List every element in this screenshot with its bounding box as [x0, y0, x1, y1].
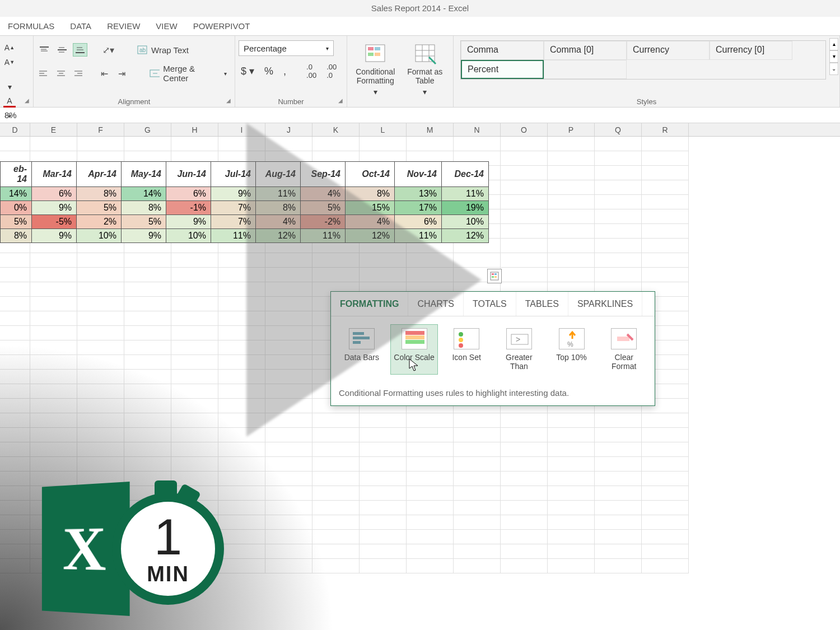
cell[interactable] [454, 530, 501, 544]
table-cell[interactable]: 0% [1, 201, 32, 215]
tab-formulas[interactable]: FORMULAS [0, 17, 62, 35]
cell[interactable] [124, 457, 171, 472]
table-cell[interactable]: 10% [77, 229, 122, 243]
conditional-formatting-button[interactable]: Conditional Formatting ▾ [351, 38, 400, 107]
comma-format-icon[interactable]: , [281, 64, 288, 78]
table-header[interactable]: eb-14 [1, 162, 32, 187]
qa-opt-top10[interactable]: %Top 10% [548, 324, 596, 375]
merge-center-button[interactable]: Merge & Center ▾ [145, 62, 231, 85]
cell[interactable] [501, 224, 548, 239]
cell[interactable] [548, 515, 595, 530]
cell[interactable] [0, 297, 30, 311]
cell[interactable] [595, 166, 642, 180]
cell[interactable] [312, 253, 360, 268]
cell[interactable] [642, 137, 689, 151]
cell[interactable] [548, 195, 595, 209]
cell[interactable] [0, 399, 30, 413]
cell[interactable] [642, 253, 689, 268]
cell[interactable] [0, 428, 30, 442]
cell[interactable] [501, 239, 548, 253]
table-cell[interactable]: 19% [442, 201, 489, 215]
cell[interactable] [77, 340, 124, 355]
cell[interactable] [548, 253, 595, 268]
cell[interactable] [265, 137, 312, 151]
cell[interactable] [124, 297, 171, 311]
table-header[interactable]: Apr-14 [77, 162, 122, 187]
cell[interactable] [548, 239, 595, 253]
table-cell[interactable]: 13% [395, 187, 442, 201]
cell[interactable] [171, 384, 218, 399]
col-header-J[interactable]: J [265, 123, 312, 136]
cell[interactable] [171, 428, 218, 442]
cell[interactable] [171, 326, 218, 340]
cell[interactable] [171, 370, 218, 384]
cell[interactable] [30, 442, 77, 457]
cell[interactable] [124, 384, 171, 399]
cell[interactable] [265, 486, 312, 501]
cell[interactable] [407, 428, 454, 442]
cell[interactable] [548, 224, 595, 239]
cell[interactable] [548, 166, 595, 180]
cell[interactable] [642, 559, 689, 573]
cell[interactable] [218, 486, 265, 501]
cell[interactable] [171, 282, 218, 297]
cell[interactable] [0, 544, 30, 559]
cell[interactable] [312, 515, 360, 530]
align-left-icon[interactable] [37, 67, 50, 80]
col-header-F[interactable]: F [77, 123, 124, 136]
cell[interactable] [312, 137, 360, 151]
cell[interactable] [218, 530, 265, 544]
cell[interactable] [407, 413, 454, 428]
cell[interactable] [642, 413, 689, 428]
cell[interactable] [171, 268, 218, 282]
table-cell[interactable]: 12% [256, 229, 301, 243]
cell[interactable] [312, 268, 360, 282]
table-cell[interactable]: 12% [346, 229, 395, 243]
cell[interactable] [30, 282, 77, 297]
cell[interactable] [218, 501, 265, 515]
cell[interactable] [642, 457, 689, 472]
cell[interactable] [0, 137, 30, 151]
cell[interactable] [218, 370, 265, 384]
cell[interactable] [595, 137, 642, 151]
table-cell[interactable]: 6% [395, 215, 442, 229]
cell[interactable] [171, 355, 218, 370]
cell[interactable] [171, 413, 218, 428]
table-cell[interactable]: 10% [442, 215, 489, 229]
cell[interactable] [218, 559, 265, 573]
table-cell[interactable]: 8% [346, 187, 395, 201]
cell[interactable] [642, 166, 689, 180]
cell[interactable] [501, 559, 548, 573]
style-scroll-up[interactable]: ▴ [829, 38, 838, 50]
table-cell[interactable]: 11% [301, 229, 346, 243]
qa-opt-greater[interactable]: >Greater Than [495, 324, 543, 375]
cell[interactable] [454, 413, 501, 428]
cell[interactable] [124, 399, 171, 413]
cell[interactable] [0, 472, 30, 486]
cell[interactable] [595, 195, 642, 209]
cell[interactable] [265, 326, 312, 340]
number-dialog-launcher[interactable]: ◢ [337, 97, 344, 105]
cell[interactable] [360, 253, 407, 268]
cell[interactable] [642, 501, 689, 515]
table-header[interactable]: Aug-14 [256, 162, 301, 187]
cell[interactable] [548, 530, 595, 544]
table-header[interactable]: Sep-14 [301, 162, 346, 187]
decrease-font-icon[interactable]: A▼ [3, 56, 16, 68]
cell[interactable] [360, 544, 407, 559]
cell[interactable] [595, 486, 642, 501]
cell[interactable] [454, 428, 501, 442]
cell[interactable] [265, 428, 312, 442]
table-header[interactable]: Mar-14 [32, 162, 77, 187]
cell[interactable] [0, 559, 30, 573]
cell[interactable] [360, 268, 407, 282]
cell[interactable] [77, 399, 124, 413]
table-cell[interactable]: 8% [1, 229, 32, 243]
cell[interactable] [77, 137, 124, 151]
cell[interactable] [77, 355, 124, 370]
style-currency0[interactable]: Currency [0] [710, 41, 792, 60]
cell[interactable] [595, 457, 642, 472]
cell[interactable] [642, 239, 689, 253]
cell[interactable] [548, 544, 595, 559]
cell[interactable] [30, 297, 77, 311]
